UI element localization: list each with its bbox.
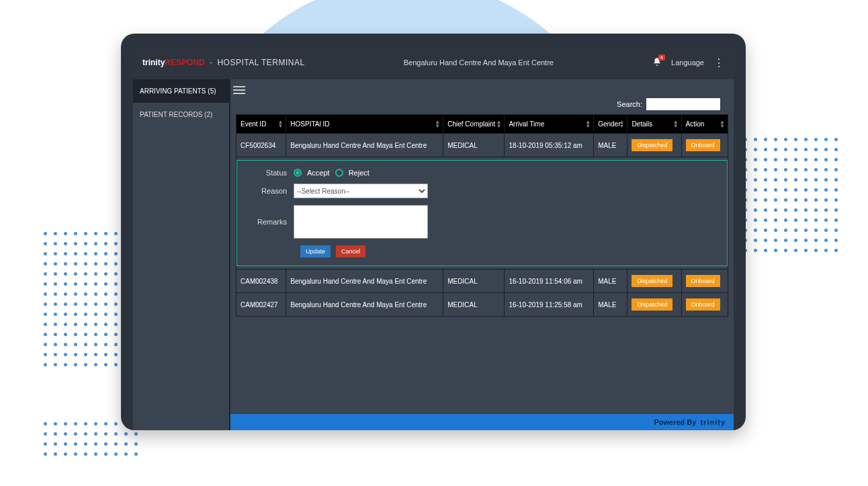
sidebar-item-arriving-patients[interactable]: ARRIVING PATIENTS (5) [133, 79, 229, 103]
brand-terminal: HOSPITAL TERMINAL [217, 58, 304, 67]
decorative-dots [740, 134, 841, 255]
notification-badge: 4 [658, 54, 665, 60]
details-button[interactable]: Dispatched [632, 139, 672, 151]
col-chief-complaint[interactable]: Chief Complaint▲▼ [443, 115, 505, 134]
onboard-button[interactable]: Onboard [686, 275, 720, 287]
table-row[interactable]: CF5002634 Bengaluru Hand Centre And Maya… [236, 134, 728, 157]
table-row[interactable]: CAM002438 Bengaluru Hand Centre And Maya… [236, 270, 728, 293]
sidebar: ARRIVING PATIENTS (5) PATIENT RECORDS (2… [133, 79, 230, 430]
sidebar-item-patient-records[interactable]: PATIENT RECORDS (2) [133, 103, 229, 126]
brand-logo: trinityRESPOND - HOSPITAL TERMINAL [142, 58, 305, 67]
main-panel: Search: Event ID▲▼ HOSPITAl ID▲▼ Chief C… [230, 79, 734, 430]
more-menu-icon[interactable]: ⋮ [713, 56, 724, 69]
col-hospital-id[interactable]: HOSPITAl ID▲▼ [286, 115, 443, 134]
accept-label: Accept [307, 169, 330, 177]
footer-brand: trinity [700, 418, 726, 426]
top-bar: trinityRESPOND - HOSPITAL TERMINAL Benga… [133, 46, 734, 79]
hospital-name: Bengaluru Hand Centre And Maya Ent Centr… [305, 58, 652, 67]
col-event-id[interactable]: Event ID▲▼ [236, 115, 286, 134]
brand-respond: RESPOND [165, 58, 204, 67]
reason-label: Reason [247, 187, 294, 195]
status-label: Status [247, 169, 294, 177]
radio-accept[interactable] [294, 169, 302, 177]
search-label: Search: [617, 100, 642, 108]
table-row[interactable]: CAM002427 Bengaluru Hand Centre And Maya… [236, 293, 728, 317]
onboard-button[interactable]: Onboard [686, 139, 720, 151]
reason-select[interactable]: --Select Reason-- [294, 184, 428, 198]
search-input[interactable] [646, 98, 720, 110]
language-selector[interactable]: Language [671, 58, 704, 67]
col-action[interactable]: Action▲▼ [681, 115, 728, 134]
col-gender[interactable]: Gender▲▼ [594, 115, 627, 134]
notification-bell-icon[interactable]: 4 [652, 57, 662, 69]
onboard-button[interactable]: Onboard [686, 298, 720, 311]
remarks-textarea[interactable] [294, 205, 428, 239]
hamburger-icon[interactable] [233, 86, 245, 94]
update-button[interactable]: Update [300, 245, 331, 257]
powered-by-label: Powered By [654, 418, 696, 426]
remarks-label: Remarks [247, 218, 294, 226]
details-button[interactable]: Dispatched [632, 275, 672, 287]
status-form: Status Accept Reject [236, 160, 728, 266]
patients-table: Event ID▲▼ HOSPITAl ID▲▼ Chief Complaint… [236, 114, 728, 317]
col-arrival-time[interactable]: Arrival Time▲▼ [505, 115, 594, 134]
expanded-row: Status Accept Reject [236, 157, 728, 270]
reject-label: Reject [349, 169, 370, 177]
brand-trinity: trinity [142, 58, 165, 67]
decorative-dots [40, 229, 121, 370]
radio-reject[interactable] [335, 169, 343, 177]
tablet-frame: trinityRESPOND - HOSPITAL TERMINAL Benga… [121, 34, 746, 430]
footer-bar: Powered By trinity [230, 414, 734, 430]
col-details[interactable]: Details▲▼ [627, 115, 681, 134]
details-button[interactable]: Dispatched [632, 298, 672, 311]
cancel-button[interactable]: Cancel [336, 245, 365, 257]
